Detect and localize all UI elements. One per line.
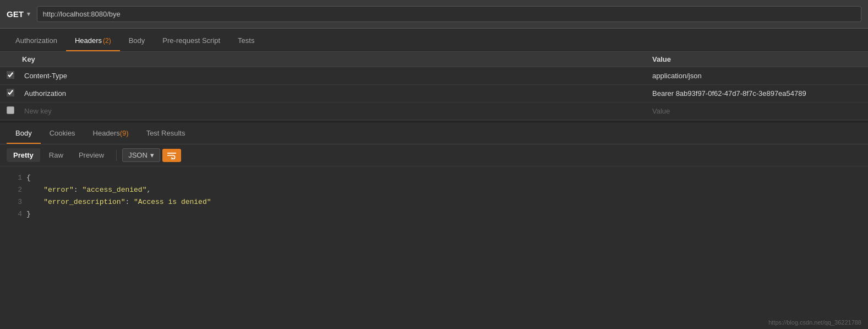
method-chevron: ▾ (27, 10, 30, 18)
row-1-checkbox-wrap[interactable] (7, 71, 20, 80)
response-tabs: Body Cookies Headers(9) Test Results (0, 121, 868, 144)
method-selector[interactable]: GET ▾ (7, 9, 30, 19)
code-line-2: 2 "error": "access_denied", (0, 184, 868, 196)
code-line-1: 1 { (0, 172, 868, 184)
row-2-checkbox-wrap[interactable] (7, 89, 20, 98)
resp-tab-cookies[interactable]: Cookies (41, 123, 84, 144)
format-separator (116, 150, 117, 161)
resp-tab-body[interactable]: Body (7, 123, 41, 144)
row-1-value: application/json (652, 72, 861, 80)
url-input[interactable] (37, 6, 861, 22)
format-bar: Pretty Raw Preview JSON ▾ (0, 144, 868, 166)
code-line-3: 3 "error_description": "Access is denied… (0, 196, 868, 208)
row-1-key: Content-Type (24, 72, 652, 80)
code-area: 1 { 2 "error": "access_denied", 3 "error… (0, 166, 868, 226)
line-num-3: 3 (2, 196, 22, 208)
tab-prerequest[interactable]: Pre-request Script (154, 31, 229, 51)
tab-authorization[interactable]: Authorization (7, 31, 66, 51)
col-key-header: Key (7, 55, 652, 63)
row-2-value: Bearer 8ab93f97-0f62-47d7-8f7c-3e897ea54… (652, 89, 861, 98)
line-content-4: } (26, 208, 31, 220)
preview-button[interactable]: Preview (72, 148, 111, 162)
row-2-checkbox[interactable] (7, 89, 14, 96)
table-row-new: New key Value (0, 103, 868, 120)
new-row-checkbox-wrap (7, 106, 20, 116)
tab-headers[interactable]: Headers(2) (66, 31, 120, 51)
row-1-checkbox[interactable] (7, 71, 14, 79)
new-value-placeholder[interactable]: Value (652, 107, 861, 115)
table-row: Content-Type application/json (0, 67, 868, 85)
wrap-button[interactable] (162, 149, 181, 162)
tab-body[interactable]: Body (120, 31, 154, 51)
raw-button[interactable]: Raw (42, 148, 70, 162)
row-2-key: Authorization (24, 89, 652, 98)
new-row-checkbox (7, 106, 14, 114)
line-content-2: "error": "access_denied", (26, 184, 151, 196)
line-num-2: 2 (2, 184, 22, 196)
headers-table: Key Value Content-Type application/json … (0, 52, 868, 120)
line-content-1: { (26, 172, 31, 184)
method-label: GET (7, 9, 24, 19)
line-num-1: 1 (2, 172, 22, 184)
resp-tab-testresults[interactable]: Test Results (138, 123, 194, 144)
resp-tab-headers[interactable]: Headers(9) (84, 123, 138, 144)
col-value-header: Value (652, 55, 861, 63)
line-content-3: "error_description": "Access is denied" (26, 196, 211, 208)
line-num-4: 4 (2, 208, 22, 220)
footer-link: https://blog.csdn.net/qq_36221788 (768, 319, 861, 326)
json-format-select[interactable]: JSON ▾ (122, 148, 160, 162)
request-tabs: Authorization Headers(2) Body Pre-reques… (0, 29, 868, 52)
headers-table-header: Key Value (0, 52, 868, 67)
table-row: Authorization Bearer 8ab93f97-0f62-47d7-… (0, 85, 868, 103)
url-bar: GET ▾ (0, 0, 868, 29)
tab-tests[interactable]: Tests (229, 31, 263, 51)
code-line-4: 4 } (0, 208, 868, 220)
pretty-button[interactable]: Pretty (7, 148, 40, 162)
new-key-placeholder[interactable]: New key (24, 107, 652, 115)
